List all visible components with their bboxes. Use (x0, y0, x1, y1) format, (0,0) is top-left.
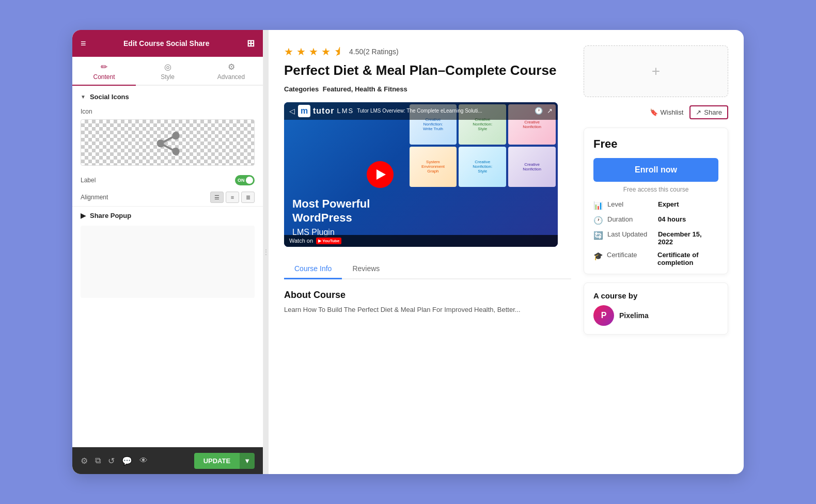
bottom-toolbar: ⚙ ⧉ ↺ 💬 👁 UPDATE ▼ (72, 447, 263, 474)
play-button[interactable] (367, 161, 394, 188)
add-block-button[interactable]: + (584, 45, 728, 97)
author-title: A course by (593, 291, 718, 300)
duration-value: 04 hours (658, 215, 686, 223)
updated-key: Last Updated (607, 230, 654, 238)
alignment-label: Alignment (81, 194, 108, 201)
tab-content-label: Content (93, 73, 115, 81)
social-icons-label: Social Icons (90, 93, 129, 101)
update-arrow-button[interactable]: ▼ (240, 453, 255, 469)
social-icons-section-header[interactable]: ▼ Social Icons (72, 86, 263, 105)
rating-row: ★ ★ ★ ★ ⯨ 4.50(2 Ratings) (284, 45, 571, 58)
course-main: ★ ★ ★ ★ ⯨ 4.50(2 Ratings) Perfect Diet &… (284, 45, 571, 459)
course-sidebar: + 🔖 Wishlist ↗ Share Free Enroll now Fre… (584, 45, 728, 459)
update-button[interactable]: UPDATE (194, 453, 240, 469)
main-window: ≡ Edit Course Social Share ⊞ ✏ Content ◎… (72, 30, 744, 474)
author-row: P Pixelima (593, 305, 718, 326)
wishlist-label: Wishlist (661, 108, 684, 116)
share-button[interactable]: ↗ Share (689, 105, 728, 119)
video-title-text: Tutor LMS Overview: The Complete eLearni… (357, 108, 531, 114)
wishlist-share-row: 🔖 Wishlist ↗ Share (584, 105, 728, 119)
label-field-row: Label ON (72, 172, 263, 188)
author-card: A course by P Pixelima (584, 282, 728, 335)
video-top-icons: 🕐 ↗ (535, 107, 553, 115)
share-icon (152, 127, 183, 158)
tab-style[interactable]: ◎ Style (136, 57, 199, 86)
meta-level: 📊 Level Expert (593, 200, 718, 210)
align-center-btn[interactable]: ≡ (226, 192, 239, 203)
layers-icon[interactable]: ⧉ (95, 456, 101, 465)
level-icon: 📊 (593, 201, 603, 210)
align-right-btn[interactable]: ≣ (241, 192, 255, 203)
star-1: ★ (284, 45, 293, 58)
star-2: ★ (296, 45, 306, 58)
drag-handle[interactable] (263, 30, 269, 474)
share-label: Share (704, 108, 722, 116)
toggle-on-label: ON (238, 178, 245, 183)
settings-icon[interactable]: ⚙ (81, 456, 88, 466)
panel-tabs: ✏ Content ◎ Style ⚙ Advanced (72, 57, 263, 86)
watch-on-label: Watch on (289, 238, 313, 244)
meta-certificate: 🎓 Certificate Certificate of completion (593, 251, 718, 266)
chat-icon[interactable]: 💬 (122, 456, 132, 466)
style-tab-icon: ◎ (164, 62, 171, 72)
video-top-bar: ◁ m tutor LMS Tutor LMS Overview: The Co… (284, 102, 558, 120)
categories-row: Categories Featured, Health & Fitness (284, 85, 571, 93)
mini-card-4: SystemEnvironmentGraph (410, 147, 457, 187)
eye-icon[interactable]: 👁 (139, 456, 148, 465)
tutor-logo-text: tutor (313, 106, 334, 116)
tab-advanced[interactable]: ⚙ Advanced (199, 57, 263, 86)
categories-values: Featured, Health & Fitness (323, 85, 407, 93)
price-card: Free Enroll now Free access this course … (584, 128, 728, 274)
label-field-label: Label (81, 177, 96, 184)
mini-card-5: CreativeNonfiction:Style (459, 147, 506, 187)
course-tabs: Course Info Reviews (284, 259, 571, 279)
tab-style-label: Style (161, 73, 175, 81)
hamburger-icon[interactable]: ≡ (81, 38, 86, 49)
share-top-icon: ↗ (547, 107, 553, 115)
video-overlay-right: CreativeNonfiction:Write Truth CreativeN… (407, 102, 558, 247)
duration-key: Duration (607, 215, 654, 223)
history-icon[interactable]: ↺ (108, 456, 115, 466)
wishlist-button[interactable]: 🔖 Wishlist (650, 108, 684, 116)
video-thumbnail[interactable]: ◁ m tutor LMS Tutor LMS Overview: The Co… (284, 102, 558, 247)
star-3: ★ (309, 45, 318, 58)
certificate-value: Certificate of completion (657, 251, 718, 266)
panel-body: ▼ Social Icons Icon Label ON Alignment (72, 86, 263, 447)
enroll-button[interactable]: Enroll now (593, 158, 718, 182)
grid-icon[interactable]: ⊞ (247, 38, 255, 49)
bookmark-icon: 🔖 (650, 108, 658, 116)
lms-text: LMS (337, 107, 354, 115)
duration-icon: 🕐 (593, 216, 603, 225)
tab-advanced-label: Advanced (217, 73, 245, 81)
share-popup-section-header[interactable]: ▶ Share Popup (72, 206, 263, 224)
share-popup-arrow: ▶ (81, 212, 86, 219)
tutor-logo: m tutor LMS (298, 105, 354, 117)
about-title: About Course (284, 290, 571, 301)
about-text: Learn How To Build The Perfect Diet & Me… (284, 305, 571, 315)
price-label: Free (593, 137, 718, 151)
tab-reviews[interactable]: Reviews (342, 259, 390, 279)
course-meta: 📊 Level Expert 🕐 Duration 04 hours 🔄 Las… (593, 200, 718, 266)
star-5-half: ⯨ (334, 46, 344, 58)
panel-header: ≡ Edit Course Social Share ⊞ (72, 30, 263, 57)
label-toggle[interactable]: ON (235, 175, 255, 185)
author-name: Pixelima (619, 311, 649, 320)
align-left-btn[interactable]: ☰ (210, 192, 224, 203)
categories-label: Categories (284, 85, 319, 93)
icon-field-label: Icon (72, 105, 263, 117)
advanced-tab-icon: ⚙ (228, 62, 235, 72)
alignment-field-row: Alignment ☰ ≡ ≣ (72, 188, 263, 206)
panel-title: Edit Course Social Share (123, 39, 210, 48)
author-avatar: P (593, 305, 614, 326)
level-value: Expert (658, 200, 679, 208)
youtube-logo: ▶ YouTube (316, 238, 341, 244)
tab-course-info[interactable]: Course Info (284, 259, 342, 279)
tab-content[interactable]: ✏ Content (72, 57, 136, 86)
section-collapse-arrow: ▼ (81, 94, 86, 100)
tutor-logo-m: m (298, 105, 310, 117)
mini-card-6: CreativeNonfiction (508, 147, 556, 187)
meta-updated: 🔄 Last Updated December 15, 2022 (593, 230, 718, 246)
clock-icon: 🕐 (535, 107, 543, 115)
level-key: Level (607, 200, 654, 208)
add-block-icon: + (652, 63, 660, 80)
